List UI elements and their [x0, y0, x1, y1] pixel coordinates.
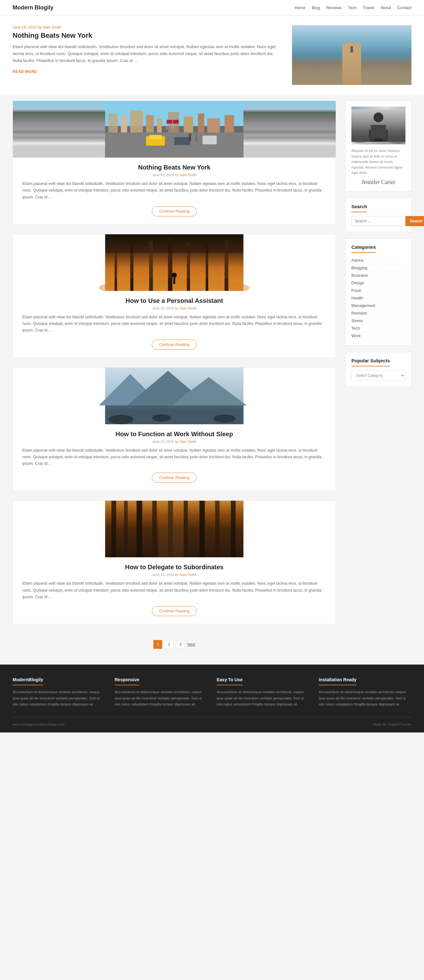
- footer-col-text: Accusantium et doloremque veritatis arch…: [319, 689, 411, 708]
- hero-title: Nothing Beats New York: [13, 32, 276, 40]
- svg-rect-12: [105, 132, 244, 158]
- continue-reading-button[interactable]: Continue Reading: [152, 206, 197, 216]
- nav-contact[interactable]: Contact: [397, 5, 411, 10]
- post-image: [13, 501, 336, 557]
- continue-reading-button[interactable]: Continue Reading: [152, 606, 197, 616]
- svg-point-47: [152, 414, 171, 422]
- posts-column: Nothing Beats New York June 19, 2018 by …: [13, 101, 336, 658]
- categories-widget: Categories AdviceBloggingBusinessDesignF…: [345, 239, 411, 346]
- post-body: How to Use a Personal Assistant June 15,…: [13, 291, 336, 358]
- category-item[interactable]: Business: [351, 272, 405, 279]
- post-card: How to Use a Personal Assistant June 15,…: [13, 234, 336, 358]
- svg-rect-18: [167, 120, 173, 124]
- svg-rect-15: [175, 137, 190, 145]
- hero-content: June 19, 2018 by Sam Smith Nothing Beats…: [13, 25, 283, 85]
- sidebar-quote: Aliquam et elit eu nunc rhoncus viverra …: [351, 148, 405, 176]
- hero-section: June 19, 2018 by Sam Smith Nothing Beats…: [0, 16, 424, 94]
- svg-rect-4: [130, 110, 143, 132]
- main-container: Nothing Beats New York June 19, 2018 by …: [0, 94, 424, 665]
- footer-grid: ModernBlogily Accusantium et doloremque …: [13, 677, 411, 708]
- nav-blog[interactable]: Blog: [312, 5, 320, 10]
- post-title: How to Delegate to Subordinates: [22, 563, 326, 571]
- svg-rect-55: [184, 501, 188, 557]
- post-card: How to Function at Work Without Sleep Ju…: [13, 368, 336, 491]
- category-item[interactable]: Blogging: [351, 264, 405, 272]
- sidebar: Aliquam et elit eu nunc rhoncus viverra …: [345, 101, 411, 658]
- page-2-button[interactable]: 2: [165, 640, 173, 649]
- svg-rect-2: [108, 113, 118, 132]
- svg-rect-3: [121, 117, 127, 132]
- nav-home[interactable]: Home: [294, 5, 305, 10]
- footer-column: Easy To Use Accusantium et doloremque ve…: [217, 677, 310, 708]
- hero-author[interactable]: Sam Smith: [43, 25, 61, 30]
- svg-rect-52: [137, 501, 142, 557]
- svg-point-61: [374, 113, 383, 123]
- svg-rect-64: [371, 125, 386, 138]
- tall-forest-image: [13, 501, 336, 557]
- post-card: Nothing Beats New York June 19, 2018 by …: [13, 101, 336, 224]
- popular-subjects-select[interactable]: Select CategoryAdviceBloggingBusinessDes…: [351, 370, 405, 381]
- category-item[interactable]: Work: [351, 332, 405, 340]
- categories-widget-title: Categories: [351, 244, 376, 253]
- page-next-button[interactable]: Next: [187, 642, 195, 647]
- nav-travel[interactable]: Travel: [363, 5, 374, 10]
- category-item[interactable]: Management: [351, 302, 405, 309]
- category-item[interactable]: Design: [351, 279, 405, 287]
- read-more-link[interactable]: READ MORE: [13, 70, 37, 74]
- category-item[interactable]: Tech: [351, 325, 405, 332]
- post-meta: June 15, 2018 by Sam Smith: [22, 573, 326, 576]
- post-excerpt: Etiam placerat velit vitae dui blandit s…: [22, 580, 326, 600]
- site-footer: ModernBlogily Accusantium et doloremque …: [0, 665, 424, 732]
- nav-about[interactable]: About: [380, 5, 391, 10]
- site-header: Modern Blogily Home Blog Reviews Tech Tr…: [0, 0, 424, 16]
- svg-rect-9: [198, 113, 204, 132]
- post-title: How to Function at Work Without Sleep: [22, 431, 326, 438]
- post-author[interactable]: Sam Smith: [179, 306, 197, 310]
- search-row: Search: [351, 216, 405, 226]
- category-item[interactable]: Food: [351, 287, 405, 294]
- search-widget-title: Search: [351, 204, 367, 212]
- site-nav: Home Blog Reviews Tech Travel About Cont…: [294, 5, 411, 10]
- svg-point-46: [108, 415, 133, 424]
- post-excerpt: Etiam placerat velit vitae dui blandit s…: [22, 181, 326, 200]
- svg-rect-14: [149, 135, 162, 139]
- post-author[interactable]: Sam Smith: [179, 573, 197, 576]
- post-meta: June 15, 2018 by Sam Smith: [22, 306, 326, 310]
- svg-rect-56: [200, 501, 205, 557]
- post-author[interactable]: Sam Smith: [179, 173, 197, 177]
- post-image: [13, 101, 336, 158]
- svg-rect-10: [208, 118, 220, 132]
- svg-rect-50: [111, 501, 116, 557]
- post-image: [13, 368, 336, 424]
- category-item[interactable]: Advice: [351, 257, 405, 264]
- search-input[interactable]: [351, 216, 405, 226]
- pagination: 1 2 3 Next: [13, 634, 336, 658]
- svg-rect-6: [157, 118, 162, 132]
- svg-rect-5: [146, 115, 154, 132]
- footer-url: www.heritagechristiancollege.com: [13, 722, 65, 726]
- page-1-button[interactable]: 1: [153, 640, 162, 649]
- footer-made-by: Made By SuperbThemes: [373, 722, 411, 726]
- post-excerpt: Etiam placerat velit vitae dui blandit s…: [22, 447, 326, 467]
- svg-rect-20: [173, 120, 179, 124]
- post-meta: June 15, 2018 by Sam Smith: [22, 440, 326, 444]
- page-3-button[interactable]: 3: [176, 640, 185, 649]
- nav-reviews[interactable]: Reviews: [326, 5, 341, 10]
- post-meta: June 19, 2018 by Sam Smith: [22, 173, 326, 177]
- svg-rect-57: [215, 501, 220, 557]
- hero-pier-image: [292, 25, 411, 85]
- nav-tech[interactable]: Tech: [348, 5, 356, 10]
- post-title: Nothing Beats New York: [22, 164, 326, 171]
- footer-col-title: ModernBlogily: [13, 677, 43, 685]
- category-item[interactable]: Health: [351, 294, 405, 302]
- svg-rect-16: [203, 135, 217, 144]
- continue-reading-button[interactable]: Continue Reading: [152, 473, 197, 483]
- footer-col-title: Installation Ready: [319, 677, 356, 685]
- post-author[interactable]: Sam Smith: [179, 440, 197, 444]
- category-item[interactable]: Stress: [351, 317, 405, 325]
- footer-column: Responsive Accusantium et doloremque ver…: [115, 677, 208, 708]
- category-item[interactable]: Revision: [351, 309, 405, 317]
- footer-col-text: Accusantium et doloremque veritatis arch…: [13, 689, 105, 708]
- search-button[interactable]: Search: [405, 216, 424, 226]
- continue-reading-button[interactable]: Continue Reading: [152, 340, 197, 350]
